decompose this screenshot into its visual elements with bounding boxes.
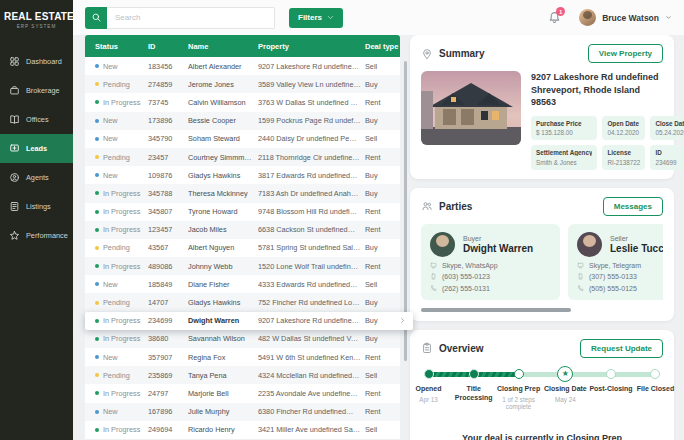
party-role: Buyer	[463, 235, 533, 242]
status-cell: In Progress	[85, 98, 148, 107]
timeline-star-node[interactable]: ★	[557, 366, 573, 382]
messages-button[interactable]: Messages	[603, 197, 663, 216]
table-row[interactable]: New109876Gladys Hawkins3817 Edwards Rd u…	[85, 166, 400, 184]
name-cell: Bessie Cooper	[188, 116, 258, 125]
sidebar-item-listings[interactable]: Listings	[0, 192, 73, 221]
party-card[interactable]: SellerLeslie TucciSkype, Telegram(307) 5…	[568, 224, 663, 300]
party-avatar	[430, 232, 455, 257]
filters-button[interactable]: Filters	[289, 8, 343, 28]
id-cell: 173896	[148, 116, 188, 125]
status-cell: In Progress	[85, 225, 148, 234]
table-row[interactable]: New345790Soham Steward2440 Daisy Dr unde…	[85, 130, 400, 148]
timeline-step-label: Closing Prep1 of 2 steps complete	[493, 385, 545, 411]
table-row[interactable]: In Progress24797Marjorie Bell2235 Avonda…	[85, 384, 400, 402]
notifications-button[interactable]: 1	[548, 11, 561, 24]
id-cell: 38680	[148, 334, 188, 343]
table-row[interactable]: Pending14707Gladys Hawkins752 Fincher Rd…	[85, 293, 400, 311]
search-input[interactable]	[107, 7, 275, 29]
column-header-status[interactable]: Status	[85, 42, 148, 51]
sidebar-item-label: Brokerage	[26, 86, 60, 95]
status-dot	[95, 355, 99, 359]
status-cell: In Progress	[85, 262, 148, 271]
status-cell: New	[85, 280, 148, 289]
id-cell: 489086	[148, 262, 188, 271]
sidebar-item-offices[interactable]: Offices	[0, 105, 73, 134]
table-row[interactable]: New173896Bessie Cooper1599 Pockrus Page …	[85, 112, 400, 130]
timeline-step-label: Closing DateMay 24	[539, 385, 591, 404]
overview-title: Overview	[439, 343, 483, 354]
table-row[interactable]: In Progress38680Savannah Wilson482 W Dal…	[85, 330, 400, 348]
summary-stat-badge: Open Date04.12.2020	[602, 116, 645, 141]
column-header-deal-type[interactable]: Deal type	[365, 42, 400, 51]
table-row[interactable]: New185849Diane Fisher4333 Edwards Rd und…	[85, 275, 400, 293]
property-cell: 3763 W Dallas St undefined Simi…	[258, 98, 365, 107]
stat-label: ID	[655, 149, 684, 156]
status-cell: Pending	[85, 243, 148, 252]
table-row[interactable]: In Progress249694Ricardo Henry3421 Mille…	[85, 421, 400, 439]
table-row[interactable]: In Progress489086Johnny Webb1520 Lone Wo…	[85, 257, 400, 275]
table-row[interactable]: Pending235869Tanya Pena4324 Mcclellan Rd…	[85, 366, 400, 384]
id-cell: 167896	[148, 407, 188, 416]
status-dot	[95, 391, 99, 395]
table-row[interactable]: New357907Regina Fox5491 W 6th St undefin…	[85, 348, 400, 366]
status-cell: Pending	[85, 153, 148, 162]
timeline-node-todo[interactable]	[650, 369, 660, 379]
party-contact: (262) 555-0131	[430, 285, 551, 292]
property-cell: 7183 Ash Dr undefined Anaheim…	[258, 189, 365, 198]
phone-icon	[430, 285, 437, 292]
step-title: Closing Prep	[493, 385, 545, 394]
table-row[interactable]: Pending274859Jerome Jones3589 Valley Vie…	[85, 75, 400, 93]
party-name: Leslie Tucci	[610, 243, 663, 254]
timeline-node-done[interactable]	[424, 369, 434, 379]
status-label: In Progress	[103, 316, 140, 325]
table-row[interactable]: In Progress73745Calvin Williamson3763 W …	[85, 93, 400, 111]
view-property-button[interactable]: View Property	[588, 44, 663, 63]
contact-text: (262) 555-0131	[442, 285, 490, 292]
table-row[interactable]: In Progress123457Jacob Miles6638 Cackson…	[85, 221, 400, 239]
sidebar-item-leads[interactable]: Leads	[0, 134, 73, 163]
sidebar-item-brokerage[interactable]: Brokerage	[0, 76, 73, 105]
parties-scrollbar[interactable]	[421, 308, 571, 312]
table-row[interactable]: In Progress345788Theresa Mckinney7183 As…	[85, 184, 400, 202]
status-label: In Progress	[103, 98, 140, 107]
sidebar-item-agents[interactable]: Agents	[0, 163, 73, 192]
table-row[interactable]: New167896Julie Murphy6380 Fincher Rd und…	[85, 403, 400, 421]
sidebar-item-label: Offices	[26, 115, 49, 124]
table-row[interactable]: Pending23457Courtney Simmmons2118 Thornr…	[85, 148, 400, 166]
request-update-button[interactable]: Request Update	[580, 339, 663, 358]
name-cell: Jerome Jones	[188, 80, 258, 89]
deal-type-cell: Rent	[365, 153, 400, 162]
party-identity: BuyerDwight Warren	[463, 235, 533, 254]
timeline-node-done[interactable]	[469, 369, 479, 379]
sidebar-item-dashboard[interactable]: Dashboard	[0, 47, 73, 76]
party-header: SellerLeslie Tucci	[577, 232, 663, 257]
status-cell: In Progress	[85, 189, 148, 198]
leads-icon	[9, 143, 20, 154]
id-cell: 234699	[148, 316, 188, 325]
party-card[interactable]: BuyerDwight WarrenSkype, WhatsApp(603) 5…	[421, 224, 560, 300]
property-cell: 6638 Cackson St undefined…	[258, 225, 365, 234]
user-menu[interactable]: Bruce Watson	[579, 9, 672, 26]
search-button[interactable]	[85, 7, 107, 29]
table-row[interactable]: In Progress234699Dwight Warren9207 Lakes…	[85, 312, 413, 330]
id-cell: 109876	[148, 171, 188, 180]
column-header-name[interactable]: Name	[188, 42, 258, 51]
deal-status-text: Your deal is currently in Closing Prep	[421, 433, 663, 440]
table-row[interactable]: In Progress345807Tyrone Howard9748 Bloss…	[85, 203, 400, 221]
timeline-node-current[interactable]	[514, 369, 524, 379]
status-label: New	[103, 116, 118, 125]
sidebar-item-performance[interactable]: Performance	[0, 221, 73, 250]
column-header-property[interactable]: Property	[258, 42, 365, 51]
contact-text: (505) 555-0125	[589, 285, 637, 292]
status-dot	[95, 301, 99, 305]
status-dot	[95, 337, 99, 341]
app-logo: REAL ESTATE ERP SYSTEM	[0, 0, 73, 37]
property-cell: 752 Fincher Rd undefined Louis…	[258, 298, 365, 307]
sidebar: REAL ESTATE ERP SYSTEM DashboardBrokerag…	[0, 0, 73, 440]
party-contact: Skype, Telegram	[577, 262, 663, 269]
table-row[interactable]: Pending43567Albert Nguyen5781 Spring St …	[85, 239, 400, 257]
status-dot	[95, 428, 99, 432]
timeline-node-todo[interactable]	[606, 369, 616, 379]
column-header-id[interactable]: ID	[148, 42, 188, 51]
table-row[interactable]: New183456Albert Alexander9207 Lakeshore …	[85, 57, 400, 75]
